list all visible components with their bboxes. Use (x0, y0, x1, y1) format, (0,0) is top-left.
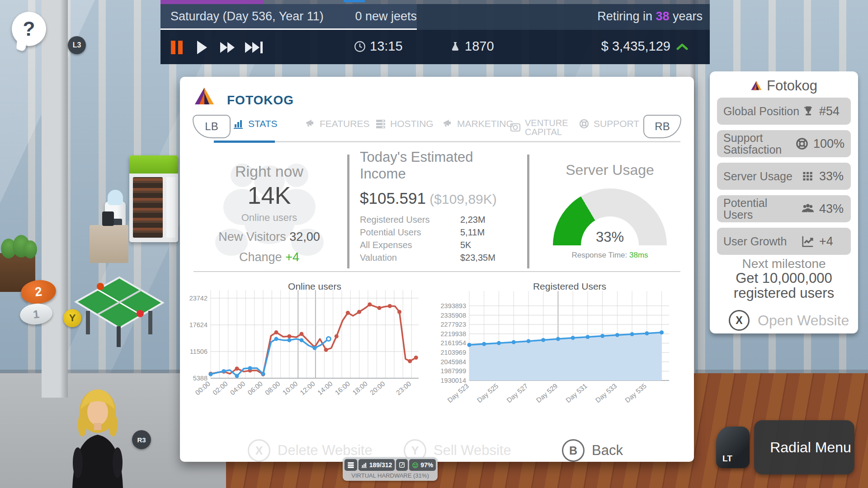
tab-divider (214, 141, 680, 142)
milestone-title: Next milestone (710, 257, 858, 271)
play-button[interactable] (192, 40, 212, 55)
stat-support-satisfaction: Support Satisfaction 100% (717, 130, 851, 157)
skip-icon (245, 42, 252, 53)
stats-icon (233, 118, 244, 129)
tab-stats[interactable]: STATS (233, 118, 278, 129)
right-bumper-button[interactable]: RB (643, 115, 681, 138)
x-button-icon: X (729, 310, 750, 331)
venture-capital-icon (510, 122, 521, 133)
right-now-section: Right now 14K Online users New Visitors … (193, 149, 345, 273)
growth-icon (801, 235, 815, 248)
tab-hosting[interactable]: HOSTING (375, 118, 434, 129)
play-icon (197, 41, 207, 54)
ping-pong-table (72, 269, 167, 348)
sidebar-header: Fotokog (710, 78, 858, 94)
clock-readout: 13:15 (354, 39, 403, 54)
server-icon (347, 461, 354, 469)
server-usage-gauge: 33% (553, 188, 667, 245)
left-bumper-button[interactable]: LB (193, 115, 231, 138)
tab-support[interactable]: SUPPORT (579, 118, 639, 129)
right-now-title: Right now (193, 163, 345, 180)
money-readout: $ 3,435,129 (601, 39, 688, 54)
radial-menu-button[interactable]: Radial Menu (754, 420, 854, 474)
svg-text:18:00: 18:00 (351, 380, 369, 396)
stat-global-position: Global Position #54 (717, 98, 851, 125)
support-icon (579, 118, 590, 129)
online-users-label: Online users (193, 212, 345, 224)
new-visitors-line: New Visitors 32,00 (193, 230, 345, 244)
svg-text:08:00: 08:00 (264, 380, 282, 396)
features-icon (305, 118, 316, 129)
svg-text:00:00: 00:00 (193, 380, 212, 396)
svg-text:Day 531: Day 531 (564, 382, 589, 404)
column-divider (527, 155, 529, 268)
income-section: Today's Estimated Income $105.591 ($109,… (360, 149, 520, 265)
svg-text:Day 535: Day 535 (623, 382, 648, 404)
top-hud: Saturday (Day 536, Year 11) 0 new jeets … (160, 0, 710, 64)
lt-label: LT (722, 454, 732, 464)
registered-users-chart: 2393893233590822779232219938216195421039… (440, 286, 693, 409)
x-button-icon: X (248, 439, 270, 462)
svg-text:11506: 11506 (190, 348, 208, 355)
svg-text:12:00: 12:00 (298, 380, 316, 396)
svg-text:23742: 23742 (189, 295, 208, 302)
tab-venture-capital[interactable]: VENTURE CAPITAL (510, 118, 556, 137)
y-button-hint: Y (63, 309, 81, 327)
modal-title: FOTOKOG (227, 93, 294, 108)
employee-character (62, 383, 135, 488)
hud-date-row: Saturday (Day 536, Year 11) 0 new jeets … (160, 4, 710, 30)
tab-marketing[interactable]: MARKETING (442, 118, 514, 129)
satisfaction-pill: 97% (409, 459, 436, 471)
svg-text:10:00: 10:00 (281, 380, 299, 396)
retirement-label: Retiring in 38 years (597, 9, 703, 23)
stat-user-growth: User Growth +4 (717, 228, 851, 255)
back-button[interactable]: B Back (562, 439, 623, 462)
new-jeets-label[interactable]: 0 new jeets (355, 9, 417, 23)
date-label: Saturday (Day 536, Year 11) (170, 9, 324, 23)
stat-row-registered-users: Registered Users2,23M (360, 215, 520, 227)
svg-text:1930014: 1930014 (441, 377, 466, 384)
flask-icon (450, 41, 461, 52)
capacity-pill: 189/312 (359, 459, 395, 471)
smiley-icon (412, 462, 419, 469)
svg-text:06:00: 06:00 (246, 380, 264, 396)
skip-button[interactable] (244, 40, 264, 55)
website-summary-panel: Fotokog Global Position #54 Support Sati… (710, 71, 858, 333)
online-users-chart: 538811506176242374200:0002:0004:0006:000… (184, 286, 428, 409)
milestone-text: Get 10,000,000 registered users (716, 271, 852, 300)
pillar (42, 0, 68, 398)
svg-text:Day 533: Day 533 (594, 382, 618, 404)
fast-forward-button[interactable] (217, 40, 237, 55)
day-progress-fill (160, 0, 264, 4)
stat-row-potential-users: Potential Users5,11M (360, 227, 520, 240)
users-icon (801, 202, 815, 216)
fotokog-logo (193, 86, 215, 108)
svg-text:2219938: 2219938 (441, 330, 466, 338)
day-progress-bar (160, 0, 710, 4)
hosting-icon (375, 118, 386, 129)
pause-button[interactable] (167, 40, 187, 55)
stat-potential-users: Potential Users 43% (717, 195, 851, 222)
secondary-progress-fill (344, 0, 365, 2)
virtual-hardware-badge[interactable]: 189/312 97% VIRTUAL HARDWARE (31%) (343, 457, 438, 481)
open-website-button[interactable]: X Open Website (729, 310, 849, 331)
edit-pill (396, 459, 408, 471)
server-usage-title: Server Usage (538, 162, 682, 178)
svg-text:16:00: 16:00 (333, 380, 351, 396)
cabinet (90, 225, 128, 263)
svg-text:04:00: 04:00 (229, 380, 247, 396)
game-screen: ? L3 2 1 Y R3 Saturday (Day 536, Year 11… (0, 0, 868, 488)
stat-row-valuation: Valuation$23,35M (360, 253, 520, 265)
grid-icon (802, 170, 815, 183)
marketing-icon (442, 118, 453, 129)
lt-trigger-button[interactable]: LT (716, 427, 750, 468)
server-usage-section: Server Usage 33% Response Time: 38ms (538, 149, 682, 260)
response-time-label: Response Time: 38ms (538, 251, 682, 260)
pause-icon (171, 41, 183, 54)
svg-text:Day 529: Day 529 (535, 382, 559, 404)
svg-text:2161954: 2161954 (441, 339, 466, 347)
svg-text:1987999: 1987999 (441, 367, 466, 375)
tab-features[interactable]: FEATURES (305, 118, 369, 129)
svg-text:Day 525: Day 525 (476, 382, 500, 404)
income-title: Today's Estimated Income (360, 149, 520, 182)
